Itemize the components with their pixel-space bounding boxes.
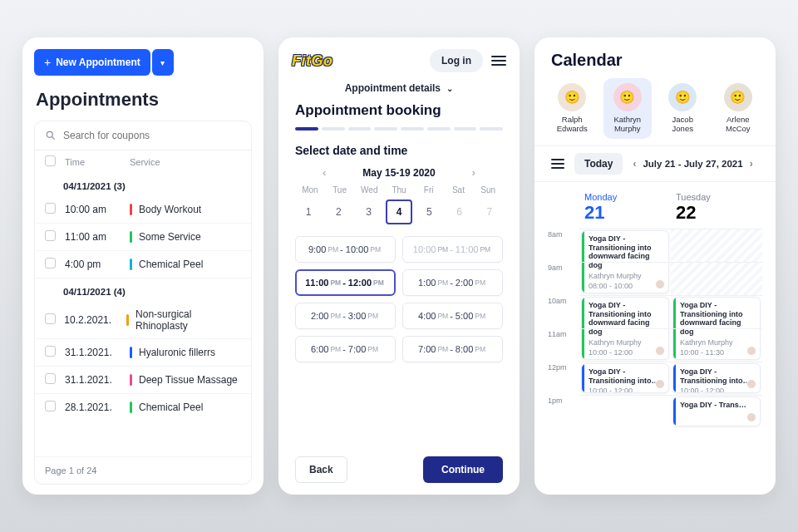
table-row[interactable]: 10:00 amBody Workout [35,196,251,224]
event-time: 10:00 - 12:00 [589,387,664,392]
login-button[interactable]: Log in [430,49,483,72]
prev-range-button[interactable]: ‹ [633,158,636,170]
appointment-details-toggle[interactable]: Appointment details ⌄ [278,77,520,102]
time-slot[interactable]: 2:00PM - 3:00PM [295,303,396,329]
table-row[interactable]: 10.2.2021.Non-surgical Rhinoplasty [35,302,251,339]
table-row[interactable]: 31.1.2021.Deep Tissue Massage [35,367,251,394]
new-appointment-button[interactable]: + New Appointment [34,49,150,76]
time-slot[interactable]: 9:00PM - 10:00PM [295,236,396,263]
calendar-cell[interactable] [671,328,762,362]
header-time: Time [65,157,121,167]
day-cell: 7 [476,200,503,224]
select-all-checkbox[interactable] [45,155,56,166]
day-cell[interactable]: 1 [295,200,322,224]
table-row[interactable]: 31.1.2021.Hyaluronic fillerrs [35,339,251,367]
row-time: 11:00 am [65,231,121,243]
calendar-cell[interactable] [579,395,671,428]
row-checkbox[interactable] [45,313,56,324]
row-time: 4:00 pm [65,259,121,270]
hour-label: 8am [548,229,579,262]
next-range-button[interactable]: › [750,158,753,170]
calendar-cell[interactable]: Yoga DIY - Trans… [671,395,762,428]
range-label: July 21 - July 27, 2021 [643,159,742,169]
day-column-header[interactable]: Tuesday22 [671,192,762,224]
day-column-header[interactable]: Monday21 [579,192,671,224]
menu-icon[interactable] [491,56,506,66]
person-chip[interactable]: 🙂Arlene McCoy [714,78,763,139]
person-chip[interactable]: 🙂Kathryn Murphy [603,78,653,139]
calendar-toolbar: Today ‹ July 21 - July 27, 2021 › [534,145,776,182]
weekday-row: MonTueWedThuFriSatSun [295,185,503,195]
time-slot[interactable]: 1:00PM - 2:00PM [402,269,503,296]
row-checkbox[interactable] [45,401,56,411]
row-checkbox[interactable] [45,258,56,268]
calendar-cell[interactable] [671,262,762,295]
calendar-event[interactable]: Yoga DIY - Trans… [672,397,761,426]
time-slot[interactable]: 6:00PM - 7:00PM [295,336,396,362]
menu-icon[interactable] [548,159,568,169]
event-color-icon [582,364,584,392]
appointments-list: 04/11/2021 (3)10:00 amBody Workout11:00 … [35,173,251,456]
row-checkbox[interactable] [45,346,56,357]
avatar: 🙂 [613,83,642,111]
progress-step [401,127,424,131]
row-checkbox[interactable] [45,230,56,241]
person-chip[interactable]: 🙂Ralph Edwards [548,78,597,139]
time-slot[interactable]: 7:00PM - 8:00PM [402,336,503,362]
chevron-down-icon: ▾ [160,58,165,67]
time-slot[interactable]: 11:00PM - 12:00PM [295,269,396,296]
calendar-cell[interactable]: Yoga DIY - Transitioning into downward f… [671,295,762,328]
back-button[interactable]: Back [295,456,347,483]
table-row[interactable]: 11:00 amSome Service [35,224,251,251]
row-service: Chemical Peel [130,401,203,413]
row-checkbox[interactable] [45,203,56,214]
day-cell[interactable]: 2 [325,200,352,224]
new-appointment-dropdown[interactable]: ▾ [152,49,174,76]
page-title: Appointments [36,89,252,111]
day-cell[interactable]: 4 [386,200,412,224]
booking-subtitle: Select date and time [295,144,503,157]
calendar-event[interactable]: Yoga DIY - Transitioning into…10:00 - 12… [581,363,669,393]
table-row[interactable]: 4:00 pmChemical Peel [35,251,251,278]
row-service: Hyaluronic fillerrs [130,347,215,358]
calendar-cell[interactable] [579,328,671,362]
event-title: Yoga DIY - Transitioning into… [680,367,756,386]
day-cell[interactable]: 5 [416,200,442,224]
calendar-cell[interactable]: Yoga DIY - Transitioning into downward f… [579,229,671,262]
hour-label: 9am [548,262,579,295]
time-slots: 9:00PM - 10:00PM10:00PM - 11:00PM11:00PM… [295,236,503,362]
next-week-button[interactable]: › [447,167,500,179]
person-chip[interactable]: 🙂Jacob Jones [658,78,707,139]
avatar [655,379,665,389]
row-service: Body Workout [130,204,201,215]
table-row[interactable]: 28.1.2021.Chemical Peel [35,394,251,421]
calendar-cell[interactable]: Yoga DIY - Transitioning into…10:00 - 12… [671,362,762,395]
avatar: 🙂 [558,83,586,111]
search-input[interactable] [63,130,241,141]
calendar-cell[interactable] [579,262,671,295]
calendar-cell[interactable]: Yoga DIY - Transitioning into…10:00 - 12… [579,362,671,395]
service-color-icon [130,374,132,386]
event-title: Yoga DIY - Trans… [680,401,756,410]
prev-week-button[interactable]: ‹ [298,167,351,179]
service-color-icon [126,314,129,326]
progress-step [322,127,345,131]
table-header: Time Service [35,150,251,173]
time-slot[interactable]: 4:00PM - 5:00PM [402,303,503,329]
event-time: 10:00 - 12:00 [680,387,756,392]
calendar-cell[interactable]: Yoga DIY - Transitioning into downward f… [579,295,671,328]
avatar [746,412,756,422]
day-cell: 6 [446,200,472,224]
row-time: 10.2.2021. [64,314,118,326]
weekday-label: Sun [473,185,503,195]
date-range-label: May 15-19 2020 [362,167,435,179]
today-button[interactable]: Today [574,153,623,175]
day-cell[interactable]: 3 [356,200,382,224]
row-checkbox[interactable] [45,373,56,384]
continue-button[interactable]: Continue [423,456,503,483]
event-color-icon [673,397,676,426]
calendar-event[interactable]: Yoga DIY - Transitioning into…10:00 - 12… [672,363,761,393]
person-name: Jacob Jones [662,115,704,134]
day-columns-header: Monday21Tuesday22 [534,182,776,229]
calendar-cell[interactable] [671,229,762,262]
